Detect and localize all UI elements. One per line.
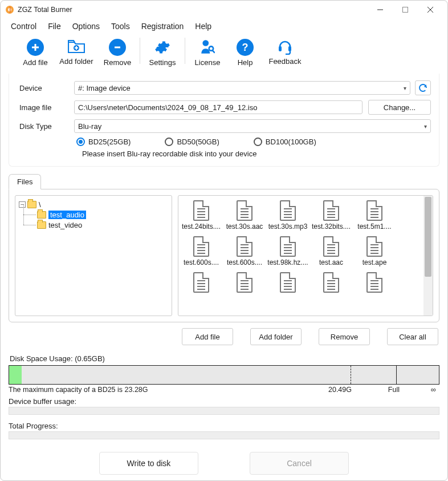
disk-type-combo[interactable]: Blu-ray ▾ xyxy=(74,119,431,133)
scrollbar-thumb[interactable] xyxy=(425,197,431,277)
close-button[interactable] xyxy=(418,2,443,18)
image-file-input[interactable]: C:\Users\neter\Documents\2024_09_08_17_4… xyxy=(74,100,363,114)
toolbar-label: License xyxy=(195,58,221,67)
document-icon xyxy=(366,200,382,221)
cancel-button: Cancel xyxy=(250,452,349,475)
document-icon xyxy=(323,236,339,257)
disk-capacity-text: The maximum capacity of a BD25 is 23.28G xyxy=(9,386,439,394)
file-item[interactable]: test.aac xyxy=(309,236,353,266)
usage-2049: 20.49G xyxy=(328,386,352,394)
maximize-button[interactable] xyxy=(393,2,418,18)
window-title: ZGZ Total Burner xyxy=(18,6,72,14)
document-icon xyxy=(280,272,296,293)
disk-usage-bar xyxy=(9,365,439,385)
file-item[interactable] xyxy=(223,272,266,294)
radio-label: BD100(100GB) xyxy=(266,138,316,146)
main-actions: Write to disk Cancel xyxy=(9,452,439,475)
document-icon xyxy=(237,272,252,293)
progress-label: Total Progress: xyxy=(9,422,439,430)
minimize-button[interactable] xyxy=(368,2,393,18)
file-actions: Add file Add folder Remove Clear all xyxy=(9,322,439,349)
document-icon xyxy=(323,272,339,293)
file-item[interactable] xyxy=(353,272,396,294)
menu-control[interactable]: Control xyxy=(5,19,42,33)
buffer-bar xyxy=(9,407,439,415)
plus-icon xyxy=(27,39,44,56)
file-item[interactable]: test.5m1.... xyxy=(353,200,396,231)
change-button[interactable]: Change... xyxy=(368,100,431,115)
svg-point-13 xyxy=(209,46,214,50)
document-icon xyxy=(193,272,209,293)
folder-plus-icon xyxy=(68,39,85,54)
svg-line-14 xyxy=(213,50,215,52)
add-folder-button[interactable]: Add folder xyxy=(54,38,99,67)
files-tab[interactable]: Files xyxy=(9,174,41,189)
panel-add-folder-button[interactable]: Add folder xyxy=(250,328,302,345)
panel-add-file-button[interactable]: Add file xyxy=(182,328,233,345)
radio-bd50[interactable]: BD50(50GB) xyxy=(165,138,219,146)
document-icon xyxy=(323,200,339,221)
settings-button[interactable]: Settings xyxy=(144,38,181,68)
file-item-label: test.98k.hz.... xyxy=(267,258,308,266)
file-item[interactable]: test.32bits.... xyxy=(309,200,353,231)
file-item[interactable]: test.ape xyxy=(353,236,396,266)
file-item[interactable]: test.30s.aac xyxy=(223,200,266,231)
file-item[interactable]: test.98k.hz.... xyxy=(266,236,309,266)
menu-options[interactable]: Options xyxy=(67,19,105,33)
refresh-button[interactable] xyxy=(415,80,431,95)
file-item[interactable]: test.600s.... xyxy=(180,236,223,266)
buffer-label: Device buffer usage: xyxy=(9,397,439,406)
tree-node-test-audio[interactable]: test_audio xyxy=(18,209,169,220)
write-to-disk-button[interactable]: Write to disk xyxy=(99,452,198,475)
form-area: Device #: Image device ▾ Image file C:\U… xyxy=(9,74,439,167)
disk-usage-legend: The maximum capacity of a BD25 is 23.28G… xyxy=(9,386,439,394)
tree-node-label: test_video xyxy=(48,221,82,229)
toolbar-label: Settings xyxy=(149,58,176,67)
file-item-label: test.30s.mp3 xyxy=(268,223,308,231)
usage-mark-full xyxy=(396,366,397,384)
chevron-down-icon: ▾ xyxy=(404,85,406,91)
file-item-label: test.600s.... xyxy=(184,258,219,266)
tree-node-test-video[interactable]: test_video xyxy=(18,220,169,230)
menu-bar: Control File Options Tools Registration … xyxy=(1,18,447,35)
radio-label: BD25(25GB) xyxy=(88,138,131,146)
file-item[interactable] xyxy=(180,272,223,294)
refresh-icon xyxy=(418,83,428,93)
disk-usage-used xyxy=(9,366,22,384)
toolbar-label: Help xyxy=(238,58,253,67)
radio-bd25[interactable]: BD25(25GB) xyxy=(76,138,131,146)
feedback-button[interactable]: Feedback xyxy=(264,38,306,67)
file-item[interactable] xyxy=(309,272,353,294)
license-button[interactable]: License xyxy=(189,38,226,68)
document-icon xyxy=(366,236,382,257)
document-icon xyxy=(237,236,252,257)
radio-dot-icon xyxy=(254,138,262,146)
file-item-label: test.5m1.... xyxy=(357,223,391,231)
tree-root[interactable]: − \ xyxy=(18,199,169,209)
svg-point-12 xyxy=(202,40,209,46)
menu-file[interactable]: File xyxy=(42,19,67,33)
menu-help[interactable]: Help xyxy=(189,19,217,33)
file-item[interactable] xyxy=(266,272,309,294)
collapse-icon[interactable]: − xyxy=(19,201,26,208)
file-item[interactable]: test.24bits.... xyxy=(180,200,223,231)
panel-remove-button[interactable]: Remove xyxy=(319,328,370,345)
add-file-button[interactable]: Add file xyxy=(17,38,54,68)
menu-registration[interactable]: Registration xyxy=(136,19,190,33)
remove-button[interactable]: Remove xyxy=(99,38,136,68)
toolbar-label: Add folder xyxy=(59,57,93,66)
disk-size-radios: BD25(25GB) BD50(50GB) BD100(100GB) xyxy=(17,138,431,146)
radio-bd100[interactable]: BD100(100GB) xyxy=(254,138,316,146)
help-button[interactable]: ? Help xyxy=(226,38,264,68)
divider xyxy=(185,38,185,64)
device-combo[interactable]: #: Image device ▾ xyxy=(74,81,410,95)
file-item[interactable]: test.30s.mp3 xyxy=(266,200,309,231)
file-grid[interactable]: test.24bits....test.30s.aactest.30s.mp3t… xyxy=(178,196,423,316)
file-item[interactable]: test.600s.... xyxy=(223,236,266,266)
menu-tools[interactable]: Tools xyxy=(105,19,136,33)
main-panel: Device #: Image device ▾ Image file C:\U… xyxy=(1,70,447,480)
file-tree[interactable]: − \ test_audio test_video xyxy=(15,195,172,316)
panel-clear-all-button[interactable]: Clear all xyxy=(387,328,438,345)
file-grid-scrollbar[interactable] xyxy=(423,196,433,316)
toolbar-label: Remove xyxy=(104,58,131,67)
